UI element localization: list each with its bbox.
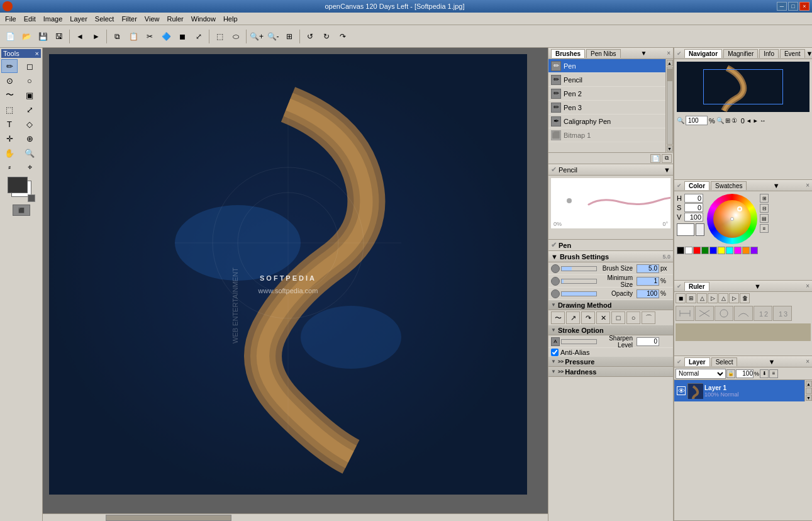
layer-merge-btn[interactable]: ⬇ [760, 369, 769, 378]
maximize-button[interactable]: □ [788, 2, 798, 11]
swatch-blue[interactable] [709, 247, 717, 254]
result-color-box[interactable] [677, 223, 694, 236]
ruler-tool-4[interactable]: ▷ [708, 293, 718, 303]
tab-info[interactable]: Info [759, 49, 779, 58]
swatch-black[interactable] [677, 247, 684, 254]
ruler-tool-6[interactable]: ▷ [729, 293, 739, 303]
ruler-pattern-1[interactable] [676, 306, 694, 321]
zoom-in-icon[interactable]: 🔍 [716, 117, 724, 124]
sharpen-input[interactable] [637, 337, 659, 346]
zoom-in-button[interactable]: 🔍+ [249, 29, 264, 44]
tool-transform[interactable]: ⤢ [21, 103, 38, 116]
swatch-cyan[interactable] [726, 247, 733, 254]
ruler-tool-1[interactable]: ◼ [676, 293, 686, 303]
layer-scroll-up[interactable]: ▲ [806, 381, 812, 387]
prev-color-box[interactable] [696, 223, 704, 236]
open-button[interactable]: 📂 [19, 29, 34, 44]
v-input[interactable] [684, 213, 703, 221]
swatch-magenta[interactable] [734, 247, 742, 254]
ruler-tool-5[interactable]: △ [718, 293, 728, 303]
tool-eraser[interactable]: ◻ [21, 59, 38, 73]
sharpen-slider[interactable] [561, 339, 597, 344]
brushes-scrollbar[interactable]: ▲ ▼ [665, 59, 673, 152]
tool-move[interactable]: ✛ [1, 132, 18, 145]
color-swap[interactable] [28, 194, 35, 202]
s-input[interactable] [684, 203, 703, 212]
ruler-pattern-4[interactable] [734, 306, 753, 321]
scroll-thumb[interactable] [667, 69, 672, 81]
menu-help[interactable]: Help [220, 14, 242, 24]
tool-something[interactable]: ⊕ [21, 132, 38, 145]
draw-curve[interactable]: ↷ [581, 311, 595, 324]
scroll-track[interactable] [667, 67, 673, 145]
hardness-section[interactable]: >> Hardness [548, 367, 673, 377]
next-button[interactable]: ► [89, 29, 104, 44]
save-button[interactable]: 💾 [35, 29, 50, 44]
foreground-color[interactable] [8, 177, 28, 193]
zoom-input[interactable] [686, 116, 708, 125]
menu-window[interactable]: Window [187, 14, 220, 24]
canvas-area[interactable]: SOFTPEDIA www.softpedia.com WEB ENTERTAI… [43, 48, 548, 521]
brush-copy-btn[interactable]: ⧉ [662, 154, 672, 163]
color-close[interactable]: × [806, 182, 809, 189]
tab-color[interactable]: Color [684, 181, 709, 190]
pressure-section[interactable]: >> Pressure [548, 357, 673, 367]
draw-cross[interactable]: ✕ [596, 311, 610, 324]
draw-rect[interactable]: □ [611, 311, 625, 324]
hscrollbar-thumb[interactable] [106, 515, 231, 521]
min-size-slider[interactable] [561, 279, 597, 284]
layer-scrollbar[interactable]: ▲ ▼ [804, 380, 812, 401]
prev-button[interactable]: ◄ [72, 29, 87, 44]
angle-left-btn[interactable]: ◄ [746, 118, 752, 124]
layer-options-btn[interactable]: ≡ [769, 369, 778, 378]
draw-line[interactable]: ↗ [566, 311, 580, 324]
brush-item-pen2[interactable]: ✏ Pen 2 [548, 87, 665, 101]
tool-pen[interactable]: ✏ [1, 59, 18, 73]
redo-button[interactable]: ↻ [319, 29, 334, 44]
brush-new-btn[interactable]: 📄 [650, 154, 660, 163]
color-option-2[interactable]: ⊟ [760, 204, 769, 213]
tool-text[interactable]: T [1, 117, 18, 131]
layer-scroll-down[interactable]: ▼ [806, 395, 812, 401]
close-button[interactable]: × [799, 2, 809, 11]
copy-button[interactable]: ⧉ [109, 29, 125, 44]
brushes-expand[interactable]: ▼ [640, 50, 647, 57]
tab-magnifier[interactable]: Magnifier [723, 49, 758, 58]
brush-size-slider[interactable] [561, 266, 597, 271]
swatch-green[interactable] [701, 247, 709, 254]
brush-size-circle[interactable] [551, 264, 560, 273]
tab-brushes[interactable]: Brushes [551, 49, 585, 58]
menu-ruler[interactable]: Ruler [164, 14, 187, 24]
minimize-button[interactable]: ─ [777, 2, 787, 11]
tool-dodge[interactable]: ○ [21, 74, 38, 87]
angle-right-btn[interactable]: ► [753, 118, 759, 124]
antialias-checkbox[interactable] [551, 349, 559, 356]
layer-visibility-eye[interactable]: 👁 [677, 386, 686, 395]
color-mode-btn[interactable]: ⬛ [13, 204, 30, 216]
tool-shape[interactable]: ◇ [21, 117, 38, 131]
tool-eyedropper[interactable]: ⸗ [1, 160, 18, 174]
tab-pen-nibs[interactable]: Pen Nibs [586, 49, 621, 58]
tool-blur[interactable]: ⊙ [1, 74, 18, 87]
cut-button[interactable]: ✂ [142, 29, 157, 44]
pen-preview-expand[interactable]: ▼ [664, 166, 670, 174]
tab-layer[interactable]: Layer [684, 357, 710, 366]
menu-view[interactable]: View [141, 14, 164, 24]
tool-extra[interactable]: ⌖ [21, 160, 38, 174]
redo2-button[interactable]: ↷ [335, 29, 350, 44]
paste-button[interactable]: 📋 [126, 29, 141, 44]
tab-event[interactable]: Event [780, 49, 805, 58]
draw-arc[interactable]: ⌒ [642, 311, 655, 324]
opacity-circle[interactable] [551, 289, 560, 298]
drawing-method-section[interactable]: Drawing Method [548, 300, 673, 310]
ruler-pattern-2[interactable] [695, 306, 714, 321]
scroll-down-arrow[interactable]: ▼ [667, 145, 673, 152]
brush-item-bitmap[interactable]: ⬛ Bitmap 1 [548, 128, 665, 142]
ruler-expand[interactable]: ▼ [754, 283, 761, 290]
color-option-1[interactable]: ⊞ [760, 194, 769, 203]
layer-lock-btn[interactable]: 🔒 [726, 369, 735, 378]
menu-select[interactable]: Select [91, 14, 118, 24]
select-rect-button[interactable]: ⬚ [212, 29, 227, 44]
eraser-button[interactable]: ◼ [175, 29, 190, 44]
nav-expand[interactable]: ▼ [806, 50, 812, 57]
